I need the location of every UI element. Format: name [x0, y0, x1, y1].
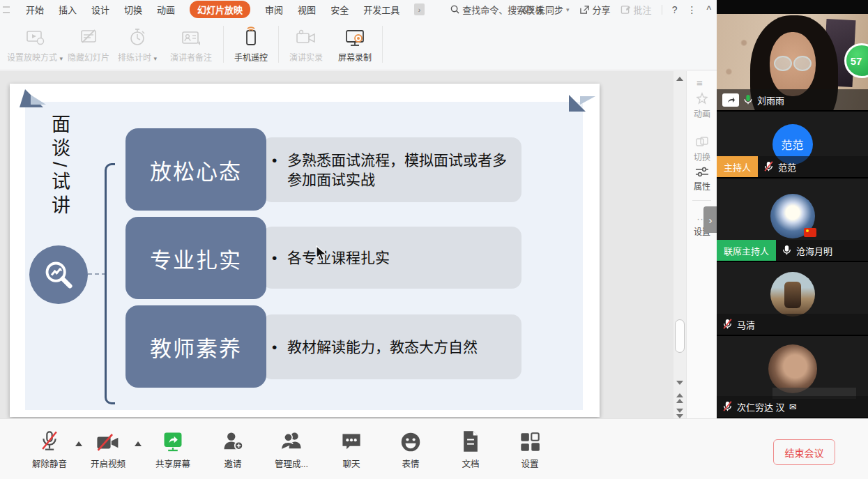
magnifier-trend-icon	[43, 259, 75, 291]
mic-muted-icon	[722, 319, 733, 330]
ribbon-screen-record-button[interactable]: 屏幕录制	[330, 19, 379, 70]
chat-button[interactable]: 聊天	[321, 429, 381, 470]
dashed-connector	[88, 273, 106, 275]
participant-tile-fanfan[interactable]: 范范 主持人 范范	[717, 112, 868, 178]
previous-slide-button[interactable]	[676, 393, 683, 403]
wps-side-toolstrip: ≡ 动画 切换 属性 ··· 设置 ›	[686, 71, 717, 418]
scroll-up-icon[interactable]	[676, 77, 683, 81]
projector-settings-icon	[24, 26, 45, 47]
speaker-notes-icon	[181, 26, 201, 47]
invite-person-icon	[221, 429, 245, 453]
hamburger-icon[interactable]: ≡	[696, 77, 703, 89]
vertical-scrollbar[interactable]	[673, 71, 686, 418]
side-animation-button[interactable]: 动画	[687, 92, 717, 119]
chevron-right-icon: ›	[709, 214, 713, 226]
ribbon-phone-remote-button[interactable]: 手机遥控	[227, 19, 275, 70]
phone-remote-icon	[242, 26, 260, 47]
comment-button[interactable]: 批注	[620, 3, 652, 16]
toolbar-label: 共享屏幕	[155, 457, 190, 470]
magnifier-badge	[29, 245, 88, 304]
cloud-sync-icon	[521, 5, 533, 14]
menu-design[interactable]: 设计	[91, 3, 109, 16]
toolbar-label: 文档	[462, 457, 479, 470]
menu-slideshow-active[interactable]: 幻灯片放映	[190, 1, 250, 18]
more-options-button[interactable]: ⋮	[687, 4, 696, 15]
mic-muted-icon	[39, 429, 60, 453]
slide-bullet-text: 多熟悉面试流程，模拟面试或者多参加面试实战	[272, 151, 510, 189]
slide-bullet-box: 教材解读能力，教态大方自然	[262, 314, 521, 379]
slide-bullet-box: 各专业课程扎实	[262, 227, 521, 289]
start-video-button[interactable]: 开启视频	[78, 429, 138, 470]
side-label: 动画	[694, 109, 710, 119]
side-properties-button[interactable]: 属性	[687, 166, 717, 192]
side-transition-button[interactable]: 切换	[687, 135, 717, 162]
participant-tile-canghaiyueming[interactable]: 联席主持人 沧海月明	[717, 178, 868, 262]
menu-overflow-button[interactable]: ›	[414, 3, 425, 15]
menu-view[interactable]: 视图	[298, 3, 316, 16]
participant-name: 沧海月明	[796, 244, 832, 257]
unmute-button[interactable]: 解除静音	[20, 429, 79, 470]
participant-tile-cirenqiongda[interactable]: 次仁穷达 汉 ✉	[717, 336, 868, 417]
toolbar-label: 表情	[402, 457, 419, 470]
ribbon-hide-slide-button[interactable]: 隐藏幻灯片	[64, 19, 113, 70]
up-triangle-icon	[676, 393, 683, 397]
menu-home[interactable]: 开始	[26, 3, 44, 16]
settings-grid-icon	[519, 429, 540, 453]
sliders-icon	[694, 166, 710, 178]
expand-panel-button[interactable]: ›	[703, 206, 717, 233]
menu-transition[interactable]: 切换	[124, 3, 142, 16]
ribbon-lecture-record-button[interactable]: 演讲实录	[282, 19, 330, 70]
wps-menubar: 开始 插入 设计 切换 动画 幻灯片放映 审阅 视图 安全 开发工具 › 查找命…	[0, 0, 717, 19]
next-slide-button[interactable]	[676, 409, 683, 418]
host-badge: 主持人	[717, 156, 758, 177]
caret-down-icon: ▾	[566, 6, 570, 13]
wps-ribbon: 设置放映方式 ▾ 隐藏幻灯片 排练计时 ▾ 演讲者备注 手机遥控 演讲实录 屏幕…	[0, 19, 717, 70]
envelope-icon: ✉	[789, 402, 797, 412]
share-screen-button[interactable]: 共享屏幕	[143, 429, 203, 470]
sync-status-button[interactable]: 未同步 ▾	[521, 3, 570, 16]
meeting-toolbar: 解除静音 开启视频 共享屏幕 邀请 管理成...	[0, 418, 868, 479]
mic-on-icon	[743, 94, 753, 105]
participant-tile-maqing[interactable]: 马清	[717, 262, 868, 336]
ribbon-label: 手机遥控	[234, 51, 268, 63]
participant-namebar: 联席主持人 沧海月明	[717, 240, 868, 261]
slide-vertical-title: 面谈/试讲	[46, 114, 73, 247]
slide-bullet-text: 各专业课程扎实	[272, 248, 390, 268]
toolbar-label: 邀请	[224, 457, 241, 470]
menu-animation[interactable]: 动画	[157, 3, 175, 16]
settings-button[interactable]: 设置	[500, 429, 560, 470]
transition-icon	[695, 135, 709, 149]
invite-button[interactable]: 邀请	[203, 429, 263, 470]
end-meeting-button[interactable]: 结束会议	[773, 439, 835, 465]
sync-status-label: 未同步	[536, 3, 563, 16]
emoji-button[interactable]: 表情	[381, 429, 441, 470]
video-options-caret[interactable]	[135, 441, 142, 446]
menu-devtools[interactable]: 开发工具	[363, 3, 399, 16]
manage-members-button[interactable]: 管理成...	[261, 429, 321, 470]
avatar	[770, 194, 815, 238]
side-label: 切换	[694, 153, 710, 162]
documents-button[interactable]: 文档	[441, 429, 501, 470]
clipped-toolbar-icon	[3, 6, 10, 13]
animation-star-icon	[695, 92, 709, 106]
glasses	[774, 56, 792, 71]
menu-security[interactable]: 安全	[330, 3, 349, 16]
caret-down-icon: ▾	[153, 55, 157, 62]
camera-off-icon	[96, 429, 121, 453]
ribbon-speaker-notes-button[interactable]: 演讲者备注	[162, 19, 220, 70]
collapse-ribbon-button[interactable]: ^	[706, 4, 711, 15]
comment-label: 批注	[634, 3, 652, 16]
bracket-connector	[105, 163, 115, 404]
scroll-down-icon[interactable]	[676, 381, 683, 385]
help-button[interactable]: ?	[672, 4, 678, 15]
participant-namebar: 马清	[717, 314, 868, 335]
ribbon-rehearse-timing-button[interactable]: 排练计时 ▾	[113, 19, 162, 70]
webcam-face	[770, 32, 816, 96]
scrollbar-thumb[interactable]	[675, 319, 685, 353]
slide-heading-box: 教师素养	[125, 305, 266, 388]
menu-insert[interactable]: 插入	[59, 3, 77, 16]
participant-name: 次仁穷达 汉	[737, 400, 785, 413]
share-button[interactable]: 分享	[579, 3, 611, 16]
menu-review[interactable]: 审阅	[265, 3, 283, 16]
ribbon-setup-show-button[interactable]: 设置放映方式 ▾	[6, 19, 64, 70]
